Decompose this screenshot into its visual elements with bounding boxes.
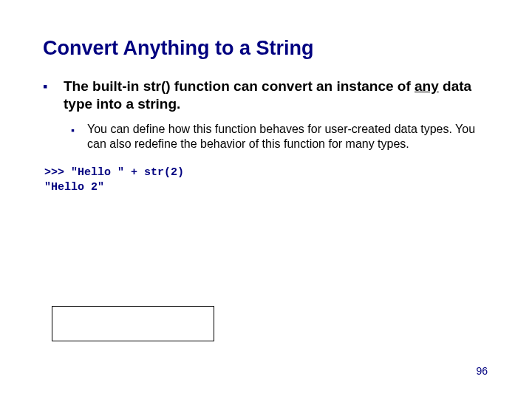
- page-number: 96: [476, 365, 488, 377]
- bullet-level2: ▪ You can define how this function behav…: [71, 122, 489, 153]
- bullet-level1-text: The built-in str() function can convert …: [64, 78, 489, 113]
- empty-box: [52, 306, 214, 341]
- square-bullet-icon: ▪: [71, 122, 87, 153]
- code-line-2: "Hello 2": [44, 180, 489, 195]
- bullet-level2-text: You can define how this function behaves…: [87, 122, 489, 153]
- text-prefix: The built-in str() function can convert …: [64, 78, 415, 94]
- code-example: >>> "Hello " + str(2) "Hello 2": [44, 166, 489, 196]
- text-underlined: any: [415, 78, 439, 94]
- square-bullet-icon: ▪: [43, 78, 64, 113]
- slide-title: Convert Anything to a String: [43, 37, 489, 60]
- bullet-level1: ▪ The built-in str() function can conver…: [43, 78, 489, 113]
- code-line-1: >>> "Hello " + str(2): [44, 166, 489, 180]
